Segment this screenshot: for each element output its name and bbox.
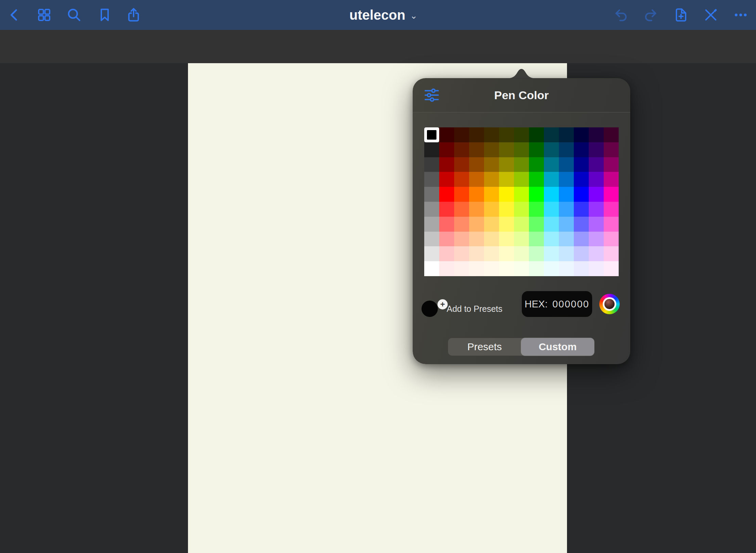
color-swatch[interactable] xyxy=(469,246,484,261)
color-swatch[interactable] xyxy=(469,202,484,217)
color-swatch[interactable] xyxy=(484,217,499,232)
color-swatch[interactable] xyxy=(589,232,604,247)
color-swatch[interactable] xyxy=(544,157,559,172)
color-swatch[interactable] xyxy=(604,217,619,232)
color-swatch[interactable] xyxy=(589,202,604,217)
tab-custom[interactable]: Custom xyxy=(521,338,594,356)
color-swatch[interactable] xyxy=(544,232,559,247)
color-swatch[interactable] xyxy=(559,127,574,142)
color-swatch[interactable] xyxy=(604,261,619,276)
color-swatch[interactable] xyxy=(424,127,439,142)
color-swatch[interactable] xyxy=(559,142,574,157)
color-swatch[interactable] xyxy=(529,261,544,276)
color-swatch[interactable] xyxy=(559,217,574,232)
color-swatch[interactable] xyxy=(514,202,529,217)
color-swatch[interactable] xyxy=(424,217,439,232)
tab-presets[interactable]: Presets xyxy=(448,338,521,356)
color-swatch[interactable] xyxy=(424,157,439,172)
color-swatch[interactable] xyxy=(544,202,559,217)
color-swatch[interactable] xyxy=(574,217,589,232)
color-swatch[interactable] xyxy=(514,217,529,232)
color-swatch[interactable] xyxy=(589,217,604,232)
color-swatch[interactable] xyxy=(469,172,484,187)
color-swatch[interactable] xyxy=(439,202,454,217)
pen-settings-button[interactable] xyxy=(423,87,441,103)
color-swatch[interactable] xyxy=(559,172,574,187)
color-swatch[interactable] xyxy=(439,246,454,261)
color-swatch[interactable] xyxy=(604,246,619,261)
color-swatch[interactable] xyxy=(499,172,514,187)
color-swatch[interactable] xyxy=(469,187,484,202)
current-color-circle[interactable]: + xyxy=(422,301,438,317)
color-swatch[interactable] xyxy=(589,172,604,187)
color-swatch[interactable] xyxy=(499,142,514,157)
color-swatch[interactable] xyxy=(529,232,544,247)
color-swatch[interactable] xyxy=(439,217,454,232)
color-swatch[interactable] xyxy=(424,202,439,217)
color-swatch[interactable] xyxy=(484,261,499,276)
redo-button[interactable] xyxy=(643,7,658,23)
color-swatch[interactable] xyxy=(514,142,529,157)
color-swatch[interactable] xyxy=(514,232,529,247)
color-swatch[interactable] xyxy=(544,261,559,276)
color-swatch[interactable] xyxy=(574,232,589,247)
add-to-presets-label[interactable]: Add to Presets xyxy=(447,292,502,325)
hex-input[interactable]: HEX: 000000 xyxy=(522,291,592,317)
color-swatch[interactable] xyxy=(439,261,454,276)
color-swatch[interactable] xyxy=(559,261,574,276)
color-swatch[interactable] xyxy=(529,217,544,232)
color-swatch[interactable] xyxy=(604,127,619,142)
more-options-button[interactable] xyxy=(733,7,749,23)
color-swatch[interactable] xyxy=(574,172,589,187)
color-swatch[interactable] xyxy=(544,187,559,202)
color-swatch[interactable] xyxy=(454,232,469,247)
color-swatch[interactable] xyxy=(604,172,619,187)
color-swatch[interactable] xyxy=(589,261,604,276)
color-swatch[interactable] xyxy=(454,172,469,187)
color-swatch[interactable] xyxy=(484,202,499,217)
color-swatch[interactable] xyxy=(424,142,439,157)
color-swatch[interactable] xyxy=(529,187,544,202)
color-swatch[interactable] xyxy=(469,127,484,142)
color-swatch[interactable] xyxy=(589,142,604,157)
color-swatch[interactable] xyxy=(589,187,604,202)
color-swatch[interactable] xyxy=(499,217,514,232)
color-swatch[interactable] xyxy=(469,142,484,157)
color-swatch[interactable] xyxy=(439,127,454,142)
color-swatch[interactable] xyxy=(544,172,559,187)
color-swatch[interactable] xyxy=(439,142,454,157)
color-swatch[interactable] xyxy=(424,261,439,276)
color-swatch[interactable] xyxy=(604,202,619,217)
add-page-button[interactable] xyxy=(673,7,689,23)
color-swatch[interactable] xyxy=(574,246,589,261)
color-swatch[interactable] xyxy=(484,187,499,202)
color-swatch[interactable] xyxy=(469,157,484,172)
document-title-button[interactable]: utelecon ⌄ xyxy=(343,0,424,30)
color-swatch[interactable] xyxy=(574,142,589,157)
color-swatch[interactable] xyxy=(439,172,454,187)
color-swatch[interactable] xyxy=(529,246,544,261)
color-swatch[interactable] xyxy=(544,142,559,157)
color-swatch[interactable] xyxy=(454,127,469,142)
color-swatch[interactable] xyxy=(559,232,574,247)
color-swatch[interactable] xyxy=(484,232,499,247)
undo-button[interactable] xyxy=(613,7,629,23)
color-swatch[interactable] xyxy=(499,261,514,276)
color-swatch[interactable] xyxy=(544,217,559,232)
color-swatch[interactable] xyxy=(514,246,529,261)
color-swatch[interactable] xyxy=(499,246,514,261)
color-swatch[interactable] xyxy=(589,157,604,172)
color-swatch[interactable] xyxy=(514,157,529,172)
color-wheel-button[interactable] xyxy=(599,294,620,314)
color-swatch[interactable] xyxy=(514,127,529,142)
color-swatch[interactable] xyxy=(454,157,469,172)
color-swatch[interactable] xyxy=(574,127,589,142)
color-swatch[interactable] xyxy=(469,217,484,232)
share-button[interactable] xyxy=(126,7,141,23)
color-swatch[interactable] xyxy=(589,246,604,261)
color-swatch[interactable] xyxy=(544,127,559,142)
color-swatch[interactable] xyxy=(499,127,514,142)
color-swatch[interactable] xyxy=(574,157,589,172)
color-swatch[interactable] xyxy=(499,202,514,217)
color-swatch[interactable] xyxy=(499,157,514,172)
